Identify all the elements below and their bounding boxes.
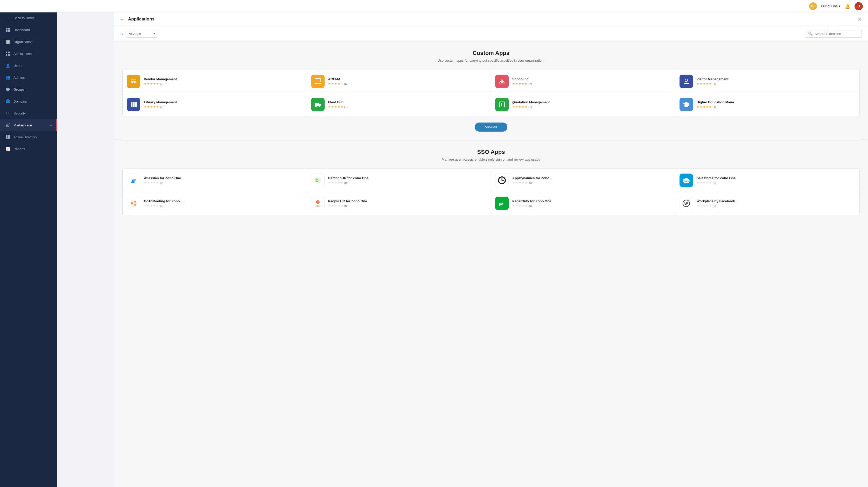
star-2: ★: [147, 181, 150, 185]
sidebar-item-applications[interactable]: Applications: [0, 48, 57, 60]
higher-edu-stars: ★ ★ ★ ★ ★ (1): [696, 105, 856, 108]
schooling-count: (2): [528, 83, 532, 86]
app-card-vendor-mgmt[interactable]: Vendor Management ★ ★ ★ ★ ★ (3): [123, 70, 307, 93]
star-3: ★: [150, 82, 153, 86]
svg-rect-2: [6, 30, 7, 32]
svg-rect-18: [315, 83, 321, 84]
bamboohr-name: BambooHR for Zoho One: [328, 176, 487, 180]
sidebar-item-security[interactable]: 🛡 Security: [0, 107, 57, 119]
custom-apps-subtitle: Use custom apps for carrying out specifi…: [122, 59, 860, 62]
bamboohr-stars: ★ ★ ★ ★ ★ (0): [328, 181, 487, 185]
higher-edu-info: Higher Education Mana... ★ ★ ★ ★ ★ (1): [696, 100, 856, 108]
sidebar-item-marketplace[interactable]: 🛒 Marketplace ▶: [0, 119, 57, 131]
filter-dropdown[interactable]: All Apps Custom Apps SSO Apps: [126, 30, 157, 38]
svg-point-27: [315, 106, 317, 107]
app-card-gotomeeting[interactable]: GoToMeeting for Zoho ... ★ ★ ★ ★ ★ (0): [123, 192, 307, 215]
org-avatar[interactable]: OL: [809, 2, 817, 10]
svg-rect-7: [8, 54, 10, 56]
app-card-higher-edu[interactable]: Higher Education Mana... ★ ★ ★ ★ ★ (1): [675, 93, 860, 116]
sidebar-item-admins[interactable]: 👥 Admins: [0, 71, 57, 84]
app-card-visitor-mgmt[interactable]: Visitor Management ★ ★ ★ ★ ★ (1): [675, 70, 860, 93]
back-home-label: Back to Home: [13, 16, 52, 20]
back-home-icon: ↩: [5, 15, 10, 21]
sidebar-item-dashboard[interactable]: Dashboard: [0, 24, 57, 36]
app-card-library-mgmt[interactable]: Library Management ★ ★ ★ ★ ★ (1): [123, 93, 307, 116]
app-card-workplace[interactable]: W Workplace by Facebook... ★ ★ ★ ★ ★ (0): [675, 192, 860, 215]
search-box[interactable]: 🔍: [805, 30, 862, 38]
star-5: ★: [525, 204, 527, 207]
star-4: ★: [522, 181, 524, 185]
applications-icon: [5, 51, 10, 56]
pagerduty-name: PagerDuty for Zoho One: [512, 199, 671, 203]
star-4: ★: [338, 204, 340, 207]
sidebar-item-back-home[interactable]: ↩ Back to Home: [0, 12, 57, 24]
app-card-acema[interactable]: ACEMA ★ ★ ★ ★ ★ (6): [307, 70, 491, 93]
peoplehr-icon: [311, 197, 324, 210]
app-card-atlassian[interactable]: Atlassian for Zoho One ★ ★ ★ ★ ★ (0): [123, 169, 307, 192]
star-4: ★: [153, 105, 156, 108]
svg-rect-24: [135, 102, 136, 107]
star-1: ★: [512, 204, 515, 207]
notification-icon[interactable]: 🔔: [845, 3, 850, 9]
organization-label: Organization: [13, 40, 52, 44]
sidebar-item-users[interactable]: 👤 Users: [0, 60, 57, 71]
vendor-mgmt-name: Vendor Management: [144, 77, 303, 81]
topbar-right: OL Out of Line ▾ 🔔 U: [809, 2, 863, 10]
app-card-bamboohr[interactable]: b BambooHR for Zoho One ★ ★ ★ ★ ★ (0): [307, 169, 491, 192]
star-4: ★: [338, 181, 340, 185]
visitor-mgmt-name: Visitor Management: [696, 77, 856, 81]
star-3: ★: [150, 105, 153, 108]
library-mgmt-info: Library Management ★ ★ ★ ★ ★ (1): [144, 100, 303, 108]
page-back-button[interactable]: ←: [120, 17, 125, 22]
search-input[interactable]: [815, 32, 859, 36]
sidebar-item-groups[interactable]: Groups: [0, 84, 57, 95]
acema-stars: ★ ★ ★ ★ ★ (6): [328, 82, 487, 86]
star-4: ★: [338, 82, 340, 86]
star-5: ★: [709, 204, 712, 207]
app-card-pagerduty[interactable]: pd PagerDuty for Zoho One ★ ★ ★ ★ ★ (0): [491, 192, 675, 215]
star-3: ★: [150, 204, 153, 207]
sso-apps-subtitle: Manage user access, enable single sign o…: [122, 158, 860, 161]
app-card-appdynamics[interactable]: AppDynamics for Zoho ... ★ ★ ★ ★ ★ (0): [491, 169, 675, 192]
filter-home-icon[interactable]: ⌂: [120, 31, 123, 36]
applications-label: Applications: [13, 52, 52, 56]
star-1: ★: [512, 181, 515, 185]
star-2: ★: [700, 181, 702, 185]
app-card-fleet-hub[interactable]: Fleet Hub ★ ★ ★ ★ ★ (1): [307, 93, 491, 116]
app-card-schooling[interactable]: Schooling ★ ★ ★ ★ ★ (2): [491, 70, 675, 93]
star-3: ★: [519, 204, 521, 207]
star-2: ★: [331, 82, 334, 86]
org-dropdown-icon[interactable]: ▾: [839, 4, 840, 8]
app-card-quotation-mgmt[interactable]: $ Quotation Management ★ ★ ★ ★ ★ (1): [491, 93, 675, 116]
fleet-hub-icon: [311, 98, 324, 111]
schooling-name: Schooling: [512, 77, 671, 81]
view-all-button[interactable]: View All: [475, 123, 507, 132]
star-2: ★: [700, 82, 702, 86]
star-3: ★: [703, 204, 706, 207]
appdynamics-count: (0): [528, 181, 532, 185]
salesforce-count: (0): [713, 181, 716, 185]
sso-apps-section: SSO Apps Manage user access, enable sing…: [114, 140, 868, 222]
sidebar-item-domains[interactable]: 🌐 Domains: [0, 95, 57, 107]
pagerduty-icon: pd: [495, 197, 509, 210]
app-card-salesforce[interactable]: salesforce Salesforce for Zoho One ★ ★ ★…: [675, 169, 860, 192]
org-name-label[interactable]: Out of Line ▾: [821, 4, 840, 8]
svg-text:$: $: [501, 103, 502, 106]
filter-dropdown-wrapper[interactable]: All Apps Custom Apps SSO Apps: [126, 30, 157, 38]
custom-apps-section: Custom Apps Use custom apps for carrying…: [114, 41, 868, 140]
user-avatar[interactable]: U: [855, 2, 863, 10]
star-2: ★: [516, 204, 518, 207]
quotation-mgmt-icon: $: [495, 98, 509, 111]
sidebar-item-reports[interactable]: 📈 Reports: [0, 143, 57, 155]
app-card-peoplehr[interactable]: People HR for Zoho One ★ ★ ★ ★ ★ (0): [307, 192, 491, 215]
custom-apps-grid: Vendor Management ★ ★ ★ ★ ★ (3): [122, 70, 860, 116]
sidebar-item-active-directory[interactable]: Active Directory: [0, 131, 57, 143]
svg-rect-26: [319, 104, 321, 106]
gotomeeting-stars: ★ ★ ★ ★ ★ (0): [144, 204, 303, 207]
acema-name: ACEMA: [328, 77, 487, 81]
sidebar-item-organization[interactable]: 🏢 Organization: [0, 36, 57, 48]
fleet-hub-stars: ★ ★ ★ ★ ★ (1): [328, 105, 487, 108]
page-close-button[interactable]: ✕: [857, 16, 862, 22]
star-4: ★: [522, 204, 524, 207]
salesforce-info: Salesforce for Zoho One ★ ★ ★ ★ ★ (0): [696, 176, 856, 185]
